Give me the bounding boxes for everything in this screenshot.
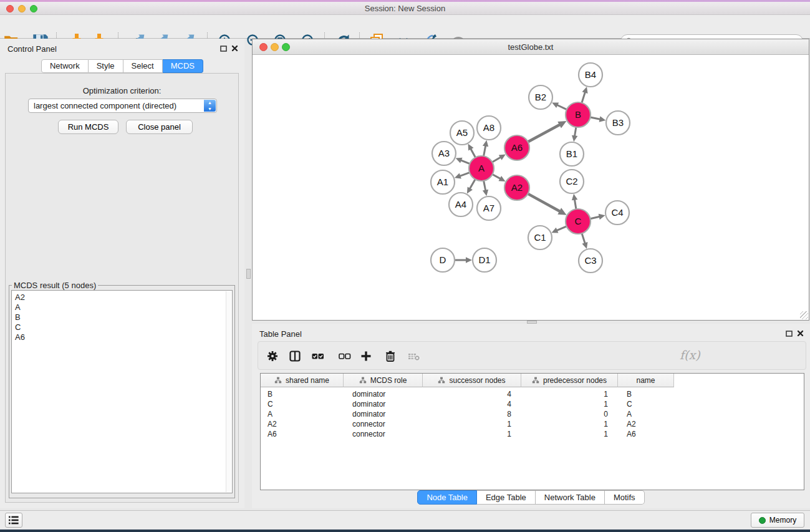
graph-edge-A-A5[interactable] xyxy=(471,148,476,157)
graph-node-A4[interactable]: A4 xyxy=(449,193,473,216)
select-all-columns-button[interactable] xyxy=(310,348,326,364)
column-header-MCDS-role[interactable]: MCDS role xyxy=(344,374,423,387)
memory-label: Memory xyxy=(769,516,796,525)
network-canvas[interactable]: AA1A3A5A8A4A7A6A2BB2B4B3B1CC2C4C1C3DD1 xyxy=(253,55,809,320)
graph-node-A7[interactable]: A7 xyxy=(477,196,501,220)
close-panel-icon[interactable] xyxy=(231,45,238,52)
scrollbar-track[interactable] xyxy=(226,291,231,492)
graph-edge-A-A4[interactable] xyxy=(470,179,475,188)
node-label: A5 xyxy=(456,127,468,138)
vertical-splitter-grip[interactable] xyxy=(246,269,251,279)
column-header-shared-name[interactable]: shared name xyxy=(261,374,344,387)
node-label: A2 xyxy=(511,182,523,193)
graph-edge-B-B2[interactable] xyxy=(557,105,567,109)
tab-motifs[interactable]: Motifs xyxy=(605,490,645,505)
graph-edge-A-A8[interactable] xyxy=(484,146,486,157)
tab-network[interactable]: Network xyxy=(41,59,89,73)
table-cell: A2 xyxy=(261,420,344,428)
tab-style[interactable]: Style xyxy=(89,59,123,73)
graph-node-A5[interactable]: A5 xyxy=(450,121,474,145)
graph-node-B3[interactable]: B3 xyxy=(606,111,630,135)
mcds-result-item[interactable]: A6 xyxy=(15,332,232,342)
edge-arrowhead xyxy=(483,190,488,196)
graph-edge-A2-C[interactable] xyxy=(528,194,561,211)
task-history-button[interactable] xyxy=(5,513,22,528)
graph-node-C1[interactable]: C1 xyxy=(528,226,552,249)
select-stepper-icon: ▲▼ xyxy=(204,100,216,112)
column-header-predecessor-nodes[interactable]: predecessor nodes xyxy=(521,374,618,387)
table-row[interactable]: A2connector11A2 xyxy=(261,419,804,429)
graph-node-C[interactable]: C xyxy=(566,209,591,234)
graph-node-A1[interactable]: A1 xyxy=(431,170,455,194)
graph-node-A6[interactable]: A6 xyxy=(504,135,529,160)
show-column-panel-button[interactable] xyxy=(287,348,303,364)
checked-boxes-icon xyxy=(312,350,324,362)
tab-edge-table[interactable]: Edge Table xyxy=(477,490,536,505)
tab-network-table[interactable]: Network Table xyxy=(536,490,605,505)
close-panel-icon[interactable] xyxy=(797,330,804,337)
optimization-select[interactable]: largest connected component (directed) ▲… xyxy=(28,99,217,113)
graph-edge-A-A7[interactable] xyxy=(484,181,486,191)
graph-node-D[interactable]: D xyxy=(431,248,455,272)
graph-edge-B-B1[interactable] xyxy=(575,127,576,137)
graph-node-C4[interactable]: C4 xyxy=(605,201,629,225)
mcds-result-item[interactable]: B xyxy=(15,312,232,322)
graph-node-C2[interactable]: C2 xyxy=(560,170,584,193)
destroy-table-button[interactable] xyxy=(406,348,422,364)
column-header-name[interactable]: name xyxy=(618,374,674,387)
close-panel-button[interactable]: Close panel xyxy=(126,120,193,134)
table-row[interactable]: Bdominator41B xyxy=(261,389,804,399)
tab-node-table[interactable]: Node Table xyxy=(417,490,477,505)
graph-node-A[interactable]: A xyxy=(469,156,494,181)
graph-edge-A-A6[interactable] xyxy=(492,157,501,162)
column-header-label: name xyxy=(636,376,655,385)
table-cell: 4 xyxy=(423,390,521,399)
graph-edge-A-A2[interactable] xyxy=(493,175,501,179)
graph-edge-C-C1[interactable] xyxy=(557,226,567,231)
node-label: C3 xyxy=(584,255,596,266)
graph-node-B1[interactable]: B1 xyxy=(560,142,584,166)
edge-arrowhead xyxy=(599,214,605,220)
network-window-titlebar[interactable]: testGlobe.txt xyxy=(253,39,809,55)
window-resize-corner[interactable] xyxy=(800,311,808,319)
unselect-all-columns-button[interactable] xyxy=(337,348,353,364)
graph-edge-C-C2[interactable] xyxy=(574,200,576,210)
graph-edge-A-A3[interactable] xyxy=(461,160,470,164)
graph-node-D1[interactable]: D1 xyxy=(473,248,496,272)
table-row[interactable]: Adominator80A xyxy=(261,409,804,419)
table-row[interactable]: A6connector11A6 xyxy=(261,429,804,439)
graph-edge-B-B3[interactable] xyxy=(591,117,600,119)
tab-mcds[interactable]: MCDS xyxy=(163,59,203,73)
graph-node-B4[interactable]: B4 xyxy=(579,63,602,87)
graph-node-A8[interactable]: A8 xyxy=(477,116,501,140)
mcds-result-item[interactable]: A2 xyxy=(15,293,232,302)
run-mcds-button[interactable]: Run MCDS xyxy=(58,120,118,134)
mcds-result-item[interactable]: A xyxy=(15,302,232,312)
create-new-column-button[interactable] xyxy=(358,348,374,364)
network-window-title: testGlobe.txt xyxy=(253,42,809,52)
float-panel-icon[interactable] xyxy=(220,46,227,52)
float-panel-icon[interactable] xyxy=(786,331,793,337)
graph-edge-A-A1[interactable] xyxy=(460,173,470,177)
function-builder-button[interactable]: f(x) xyxy=(680,348,700,362)
graph-node-B2[interactable]: B2 xyxy=(529,85,552,109)
node-label: A8 xyxy=(483,122,494,133)
graph-node-A3[interactable]: A3 xyxy=(432,142,456,165)
control-panel-title: Control Panel xyxy=(7,44,57,54)
table-settings-button[interactable] xyxy=(264,348,281,364)
graph-edge-B-B4[interactable] xyxy=(582,92,585,103)
graph-node-B[interactable]: B xyxy=(566,102,591,127)
memory-button[interactable]: Memory xyxy=(751,513,804,528)
tab-select[interactable]: Select xyxy=(123,59,163,73)
graph-edge-C-C3[interactable] xyxy=(582,233,585,243)
column-header-successor-nodes[interactable]: successor nodes xyxy=(423,374,521,387)
table-row[interactable]: Cdominator41C xyxy=(261,399,804,409)
graph-edge-C-C4[interactable] xyxy=(591,216,600,218)
main-toolbar xyxy=(0,15,810,39)
delete-columns-button[interactable] xyxy=(382,348,398,364)
graph-node-C3[interactable]: C3 xyxy=(579,249,602,273)
mcds-result-item[interactable]: C xyxy=(15,322,232,332)
mcds-result-list[interactable]: A2ABCA6 xyxy=(11,290,233,493)
graph-edge-A6-B[interactable] xyxy=(528,125,560,142)
graph-node-A2[interactable]: A2 xyxy=(504,175,529,200)
